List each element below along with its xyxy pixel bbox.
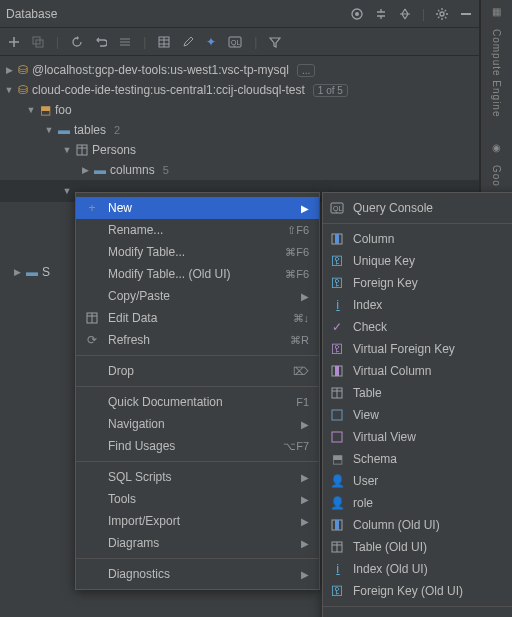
svg-rect-14 [335, 234, 339, 244]
ds-row-1[interactable]: ▶ ⛁ @localhost:gcp-dev-tools:us-west1:vs… [0, 60, 479, 80]
google-icon[interactable]: ◉ [492, 142, 501, 153]
table-icon[interactable] [158, 36, 170, 48]
stop-icon[interactable] [350, 7, 364, 21]
chevron-down-icon: ▼ [44, 125, 54, 135]
menu-modify[interactable]: Modify Table...⌘F6 [76, 241, 319, 263]
role-icon: 👤 [329, 496, 345, 510]
index-icon: i̱ [329, 562, 345, 576]
stack-icon[interactable] [119, 36, 131, 48]
menu-edit-data[interactable]: Edit Data⌘↓ [76, 307, 319, 329]
submenu-role[interactable]: 👤role [323, 492, 512, 514]
submenu-foreignkey[interactable]: ⚿Foreign Key [323, 272, 512, 294]
sidebar-item-compute[interactable]: Compute Engine [491, 29, 502, 118]
svg-text:QL: QL [231, 39, 240, 47]
menu-tools[interactable]: Tools▶ [76, 488, 319, 510]
filter-icon[interactable] [269, 36, 281, 48]
columns-folder-row[interactable]: ▶ ▬ columns 5 [0, 160, 479, 180]
svg-rect-19 [332, 432, 342, 442]
menu-modify-old[interactable]: Modify Table... (Old UI)⌘F6 [76, 263, 319, 285]
submenu-index[interactable]: i̱Index [323, 294, 512, 316]
chevron-down-icon: ▼ [26, 105, 36, 115]
menu-new[interactable]: + New ▶ [76, 197, 319, 219]
columns-label: columns [110, 163, 155, 177]
submenu-user[interactable]: 👤User [323, 470, 512, 492]
title-bar: Database | [0, 0, 479, 28]
chevron-down-icon: ▼ [62, 186, 72, 196]
menu-rename[interactable]: Rename...⇧F6 [76, 219, 319, 241]
ds2-badge: 1 of 5 [313, 84, 348, 97]
sidebar-item-goo[interactable]: Goo [491, 165, 502, 187]
column-icon [329, 519, 345, 531]
collapsed-label: S [42, 265, 50, 279]
menu-diagrams[interactable]: Diagrams▶ [76, 532, 319, 554]
submenu-uniquekey[interactable]: ⚿Unique Key [323, 250, 512, 272]
refresh-icon: ⟳ [84, 333, 100, 347]
menu-copy[interactable]: Copy/Paste▶ [76, 285, 319, 307]
ds-row-2[interactable]: ▼ ⛁ cloud-code-ide-testing:us-central1:c… [0, 80, 479, 100]
collapse-icon[interactable] [374, 7, 388, 21]
ds1-badge: ... [297, 64, 315, 77]
datasource-icon: ⛁ [18, 83, 28, 97]
svg-point-2 [440, 12, 444, 16]
submenu-datasource[interactable]: ⛁Data Source [323, 611, 512, 617]
table-icon [76, 144, 88, 156]
submenu-fk-old[interactable]: ⚿Foreign Key (Old UI) [323, 580, 512, 602]
toolbar: | | ✦ QL | [0, 28, 479, 56]
key-icon: ⚿ [329, 342, 345, 356]
copy-icon[interactable] [32, 36, 44, 48]
schema-label: foo [55, 103, 72, 117]
schema-row[interactable]: ▼ ⬒ foo [0, 100, 479, 120]
chevron-down-icon: ▼ [62, 145, 72, 155]
folder-icon: ▬ [58, 123, 70, 137]
tables-folder-row[interactable]: ▼ ▬ tables 2 [0, 120, 479, 140]
edit-icon[interactable] [182, 36, 194, 48]
menu-diagnostics[interactable]: Diagnostics▶ [76, 563, 319, 585]
hide-icon[interactable] [459, 7, 473, 21]
submenu-table[interactable]: Table [323, 382, 512, 404]
folder-icon: ▬ [94, 163, 106, 177]
split-icon[interactable] [398, 7, 412, 21]
console-icon: QL [329, 202, 345, 214]
revert-icon[interactable] [95, 36, 107, 48]
jump-icon[interactable]: ✦ [206, 35, 216, 49]
columns-count: 5 [163, 164, 169, 176]
key-icon: ⚿ [329, 254, 345, 268]
svg-rect-16 [335, 366, 339, 376]
submenu-check[interactable]: ✓Check [323, 316, 512, 338]
menu-find[interactable]: Find Usages⌥F7 [76, 435, 319, 457]
table-icon [329, 541, 345, 553]
chevron-right-icon: ▶ [4, 65, 14, 75]
submenu-view[interactable]: View [323, 404, 512, 426]
submenu-query-console[interactable]: QLQuery Console⇧⌘ [323, 197, 512, 219]
check-icon: ✓ [329, 320, 345, 334]
compute-engine-icon[interactable]: ▦ [492, 6, 501, 17]
refresh-icon[interactable] [71, 36, 83, 48]
submenu-vview[interactable]: Virtual View [323, 426, 512, 448]
console-icon[interactable]: QL [228, 36, 242, 48]
menu-impexp[interactable]: Import/Export▶ [76, 510, 319, 532]
menu-refresh[interactable]: ⟳Refresh⌘R [76, 329, 319, 351]
menu-nav[interactable]: Navigation▶ [76, 413, 319, 435]
panel-title: Database [6, 7, 57, 21]
submenu-column[interactable]: Column [323, 228, 512, 250]
submenu-idx-old[interactable]: i̱Index (Old UI) [323, 558, 512, 580]
svg-rect-21 [335, 520, 339, 530]
table-row-persons[interactable]: ▼ Persons [0, 140, 479, 160]
submenu-vfk[interactable]: ⚿Virtual Foreign Key [323, 338, 512, 360]
submenu-schema[interactable]: ⬒Schema [323, 448, 512, 470]
submenu-col-old[interactable]: Column (Old UI) [323, 514, 512, 536]
column-icon [329, 365, 345, 377]
menu-drop[interactable]: Drop⌦ [76, 360, 319, 382]
gear-icon[interactable] [435, 7, 449, 21]
menu-sql[interactable]: SQL Scripts▶ [76, 466, 319, 488]
column-icon [329, 233, 345, 245]
add-icon[interactable] [8, 36, 20, 48]
ds1-label: @localhost:gcp-dev-tools:us-west1:vsc-tp… [32, 63, 289, 77]
submenu-vcol[interactable]: Virtual Column [323, 360, 512, 382]
user-icon: 👤 [329, 474, 345, 488]
menu-qdoc[interactable]: Quick DocumentationF1 [76, 391, 319, 413]
svg-rect-18 [332, 410, 342, 420]
view-icon [329, 409, 345, 421]
index-icon: i̱ [329, 298, 345, 312]
submenu-tbl-old[interactable]: Table (Old UI) [323, 536, 512, 558]
